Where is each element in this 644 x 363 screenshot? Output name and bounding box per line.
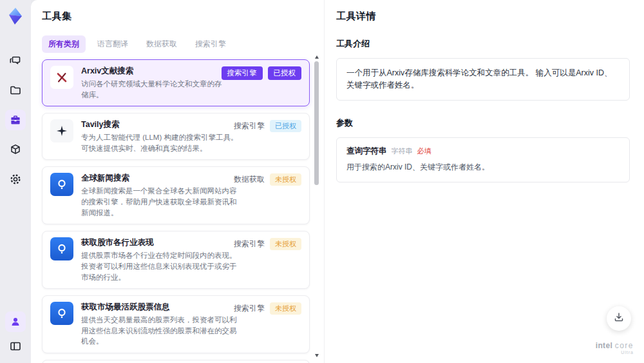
auth-status-badge: 已授权 bbox=[270, 120, 301, 132]
panel-toggle-icon bbox=[9, 340, 22, 353]
param-desc: 用于搜索的Arxiv ID、关键字或作者姓名。 bbox=[346, 162, 620, 173]
tab-search-engine[interactable]: 搜索引擎 bbox=[189, 35, 232, 53]
tool-name: 全球新闻搜索 bbox=[81, 173, 240, 184]
tool-card-tavily[interactable]: Tavily搜索 专为人工智能代理 (LLM) 构建的搜索引擎工具。可快速提供实… bbox=[42, 113, 310, 160]
app-logo-icon[interactable] bbox=[6, 6, 25, 26]
sidebar-item-packages[interactable] bbox=[5, 139, 26, 160]
auth-status-badge: 未授权 bbox=[270, 302, 301, 315]
tool-desc: 提供当天交易量最高的股票列表，投资者可以利用这些信息来识别流动性强的股票和潜在的… bbox=[81, 315, 240, 347]
intro-heading: 工具介绍 bbox=[336, 38, 630, 50]
tool-card-regional-news[interactable]: 万维地区新闻查询 查询具体行政区划内的新闻，快速了解各地新闻动 搜索引擎 未授权 bbox=[42, 360, 310, 363]
tool-desc: 全球新闻搜索是一个聚合全球各大新闻网站内容的搜索引擎，帮助用户快速获取全球最新资… bbox=[81, 186, 240, 218]
sidebar-item-settings[interactable] bbox=[5, 169, 26, 190]
main-surface: 工具集 所有类别 语言翻译 数据获取 搜索引擎 A bbox=[31, 0, 644, 363]
download-button[interactable] bbox=[607, 306, 631, 331]
auth-status-badge: 已授权 bbox=[268, 66, 302, 80]
left-rail bbox=[0, 0, 31, 363]
tavily-icon bbox=[50, 119, 73, 142]
list-scrollbar[interactable] bbox=[314, 55, 320, 357]
params-heading: 参数 bbox=[336, 117, 630, 129]
sidebar-item-files[interactable] bbox=[5, 80, 26, 101]
intro-text: 一个用于从Arxiv存储库搜索科学论文和文章的工具。 输入可以是Arxiv ID… bbox=[336, 58, 630, 101]
tool-card-most-active-stocks[interactable]: 获取市场最活跃股票信息 提供当天交易量最高的股票列表，投资者可以利用这些信息来识… bbox=[42, 295, 310, 353]
details-title: 工具详情 bbox=[336, 10, 630, 23]
tool-desc: 专为人工智能代理 (LLM) 构建的搜索引擎工具。可快速提供实时、准确和真实的结… bbox=[81, 132, 240, 153]
tool-name: 获取市场最活跃股票信息 bbox=[81, 302, 240, 313]
sidebar-item-toolbox[interactable] bbox=[5, 110, 26, 130]
tools-panel: 工具集 所有类别 语言翻译 数据获取 搜索引擎 A bbox=[31, 0, 324, 363]
stock-search-icon bbox=[50, 302, 73, 325]
tool-details-panel: 工具详情 工具介绍 一个用于从Arxiv存储库搜索科学论文和文章的工具。 输入可… bbox=[324, 0, 644, 363]
stock-search-icon bbox=[50, 237, 73, 260]
category-tabs: 所有类别 语言翻译 数据获取 搜索引擎 bbox=[42, 35, 310, 53]
rail-nav bbox=[5, 50, 26, 190]
folder-icon bbox=[9, 84, 22, 97]
category-label: 数据获取 bbox=[234, 174, 265, 185]
app-window: 工具集 所有类别 语言翻译 数据获取 搜索引擎 A bbox=[0, 0, 644, 363]
category-badge: 搜索引擎 bbox=[222, 66, 263, 80]
tab-all-categories[interactable]: 所有类别 bbox=[42, 35, 86, 53]
tab-data-fetching[interactable]: 数据获取 bbox=[140, 35, 184, 53]
scroll-up-arrow-icon[interactable] bbox=[315, 55, 319, 59]
gear-icon bbox=[9, 173, 22, 186]
cube-icon bbox=[9, 143, 22, 156]
sidebar-item-account[interactable] bbox=[5, 311, 26, 332]
tool-list: Arxiv文献搜索 访问各个研究领域大量科学论文和文章的存储库。 搜索引擎 已授… bbox=[42, 59, 310, 363]
tool-name: Tavily搜索 bbox=[81, 119, 240, 130]
param-required-badge: 必填 bbox=[417, 146, 431, 156]
tool-card-sector-performance[interactable]: 获取股市各行业表现 提供股票市场各个行业在特定时间段内的表现。投资者可以利用这些… bbox=[42, 231, 310, 289]
sidebar-item-chat[interactable] bbox=[5, 50, 26, 71]
download-icon bbox=[613, 311, 625, 326]
tool-card-arxiv[interactable]: Arxiv文献搜索 访问各个研究领域大量科学论文和文章的存储库。 搜索引擎 已授… bbox=[42, 59, 310, 106]
chat-icon bbox=[9, 54, 22, 67]
user-icon bbox=[10, 316, 21, 328]
tool-name: Arxiv文献搜索 bbox=[81, 66, 225, 77]
param-type: 字符串 bbox=[392, 146, 413, 156]
page-title: 工具集 bbox=[42, 10, 310, 23]
news-search-icon bbox=[50, 173, 73, 196]
tool-desc: 提供股票市场各个行业在特定时间段内的表现。投资者可以利用这些信息来识别表现优于或… bbox=[81, 250, 240, 282]
tool-desc: 访问各个研究领域大量科学论文和文章的存储库。 bbox=[81, 79, 225, 100]
tool-name: 获取股市各行业表现 bbox=[81, 237, 240, 248]
category-label: 搜索引擎 bbox=[234, 303, 265, 314]
scroll-down-arrow-icon[interactable] bbox=[315, 354, 319, 357]
toolbox-icon bbox=[9, 113, 22, 126]
scrollbar-thumb[interactable] bbox=[314, 61, 319, 185]
intel-core-logo: intel core Ultra bbox=[596, 342, 634, 355]
arxiv-icon bbox=[50, 66, 73, 89]
category-label: 搜索引擎 bbox=[234, 121, 265, 132]
brand-sub: Ultra bbox=[596, 350, 634, 355]
tab-language-translation[interactable]: 语言翻译 bbox=[91, 35, 135, 53]
category-label: 搜索引擎 bbox=[234, 239, 265, 250]
brand-core: core bbox=[615, 341, 634, 350]
brand-intel: intel bbox=[596, 341, 612, 350]
param-item: 查询字符串 字符串 必填 用于搜索的Arxiv ID、关键字或作者姓名。 bbox=[336, 137, 630, 182]
sidebar-item-panel-toggle[interactable] bbox=[5, 336, 26, 357]
tool-card-global-news[interactable]: 全球新闻搜索 全球新闻搜索是一个聚合全球各大新闻网站内容的搜索引擎，帮助用户快速… bbox=[42, 166, 310, 224]
auth-status-badge: 未授权 bbox=[270, 238, 301, 250]
auth-status-badge: 未授权 bbox=[270, 173, 301, 186]
param-name: 查询字符串 bbox=[346, 146, 387, 157]
rail-bottom bbox=[5, 311, 26, 357]
